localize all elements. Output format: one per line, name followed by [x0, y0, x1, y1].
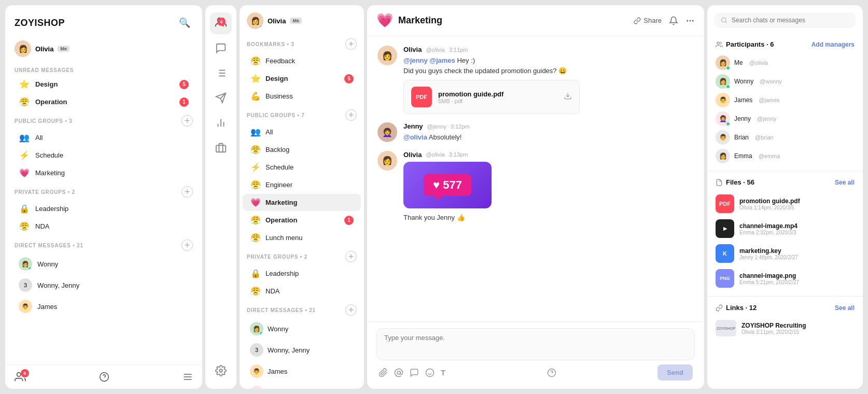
sidebar-item-james[interactable]: 👨 James — [9, 296, 198, 317]
channel-dm-wonny-jenny[interactable]: 3 Wonny, Jenny — [243, 340, 361, 360]
add-private-group-button[interactable]: + — [181, 186, 193, 198]
message-handle: @jenny — [427, 123, 446, 130]
emoji-button[interactable] — [425, 368, 435, 377]
participant-avatar: 👨 — [716, 130, 730, 145]
channel-dm-wonny[interactable]: 👩 Wonny — [243, 318, 361, 339]
icon-list[interactable] — [210, 62, 232, 84]
links-section: Links · 12 See all ZOYISHOP ZOYISHOP Rec… — [707, 297, 863, 345]
icon-send[interactable] — [210, 87, 232, 109]
icon-briefcase[interactable] — [210, 137, 232, 159]
search-input[interactable] — [732, 17, 849, 24]
help-input-button[interactable] — [547, 368, 556, 377]
channel-nda[interactable]: 😤 NDA — [243, 283, 361, 300]
more-options-button[interactable] — [685, 16, 695, 25]
channel-engineer[interactable]: 😤 Engineer — [243, 176, 361, 193]
message-text: @jenny @james Hey :) — [403, 55, 694, 66]
files-section: Files · 56 See all PDF promotion guide.p… — [707, 171, 863, 297]
sidebar-item-wonny[interactable]: 👩 Wonny — [9, 254, 198, 274]
icon-chat[interactable] — [210, 37, 232, 59]
participants-footer-button[interactable]: 6 — [15, 371, 26, 383]
participant-jenny: 👩‍🦱 Jenny @jenny — [716, 109, 855, 128]
menu-button[interactable] — [183, 372, 193, 382]
icon-chart[interactable] — [210, 112, 232, 134]
download-button[interactable] — [564, 92, 572, 102]
participants-title: Participants · 6 — [726, 40, 774, 48]
participant-me: 👩 Me @olivia — [716, 53, 855, 72]
mention: @olivia — [403, 133, 427, 141]
marketing-icon: 💗 — [19, 168, 30, 178]
sidebar-item-wonny-jenny[interactable]: 3 Wonny, Jenny — [9, 275, 198, 295]
bell-button[interactable] — [669, 16, 678, 25]
add-dm-button[interactable]: + — [345, 304, 357, 316]
share-button[interactable]: Share — [634, 17, 662, 24]
add-dm-button[interactable]: + — [181, 240, 193, 251]
channel-feedback[interactable]: 😤 Feedback — [243, 52, 361, 69]
channel-dm-james[interactable]: 👨 James — [243, 361, 361, 382]
channel-lunch-menu[interactable]: 😤 Lunch menu — [243, 229, 361, 246]
pdf-info: promotion guide.pdf 5MB · pdf — [438, 90, 557, 104]
right-sidebar: Participants · 6 Add managers 👩 Me @oliv… — [707, 5, 863, 389]
participant-name: Jenny — [734, 115, 751, 122]
files-see-all-button[interactable]: See all — [835, 179, 855, 186]
channel-marketing[interactable]: 💗 Marketing — [243, 194, 361, 211]
links-see-all-button[interactable]: See all — [835, 304, 855, 312]
participant-handle: @james — [759, 97, 780, 103]
add-public-group-button[interactable]: + — [345, 109, 357, 121]
icon-people[interactable]: 6 — [210, 12, 232, 34]
search-button[interactable]: 🔍 — [176, 15, 193, 31]
sidebar-item-design[interactable]: ⭐ Design 5 — [9, 76, 198, 93]
sidebar-item-nda[interactable]: 😤 NDA — [9, 218, 198, 235]
link-thumb: ZOYISHOP — [716, 320, 736, 336]
channel-schedule[interactable]: ⚡ Schedule — [243, 159, 361, 176]
channel-dm-jenny[interactable]: 👩‍🦱 Jenny — [243, 382, 361, 389]
chat-toolbar: T Send — [376, 364, 695, 381]
channel-all[interactable]: 👥 All — [243, 123, 361, 140]
add-managers-button[interactable]: Add managers — [811, 41, 855, 48]
search-area — [707, 5, 863, 33]
file-meta: Olivia 1:14pm, 2020/3/5 — [739, 205, 855, 210]
add-bookmark-button[interactable]: + — [345, 38, 357, 50]
message-text: Did you guys check the updated promotion… — [403, 66, 694, 76]
design-badge: 5 — [344, 74, 354, 83]
participant-avatar: 👨 — [716, 93, 730, 107]
sidebar-item-operation[interactable]: 😤 Operation 1 — [9, 93, 198, 110]
icon-settings[interactable] — [210, 360, 232, 382]
file-thumb-pdf: PDF — [716, 194, 734, 213]
participants-badge: 6 — [21, 369, 29, 377]
mention-button[interactable] — [394, 368, 403, 377]
participant-name: Brian — [734, 134, 749, 141]
sidebar-item-all[interactable]: 👥 All — [9, 129, 198, 146]
add-private-group-button[interactable]: + — [345, 251, 357, 262]
sidebar-item-schedule[interactable]: ⚡ Schedule — [9, 147, 198, 164]
svg-point-32 — [717, 41, 720, 44]
group-dm-avatar: 3 — [250, 343, 263, 357]
channel-leadership[interactable]: 🔒 Leadership — [243, 265, 361, 282]
attach-button[interactable] — [379, 368, 388, 377]
sidebar-item-marketing[interactable]: 💗 Marketing — [9, 164, 198, 181]
svg-point-24 — [397, 371, 400, 374]
sidebar-item-leadership[interactable]: 🔒 Leadership — [9, 200, 198, 217]
help-button[interactable] — [99, 372, 109, 382]
chat-bubble-button[interactable] — [410, 368, 419, 377]
channel-backlog[interactable]: 😤 Backlog — [243, 141, 361, 158]
user-name: Olivia — [35, 45, 53, 53]
wonny-dm-avatar: 👩 — [250, 322, 263, 335]
james-dm-avatar: 👨 — [250, 364, 263, 378]
channel-operation[interactable]: 😤 Operation 1 — [243, 212, 361, 229]
text-format-button[interactable]: T — [441, 368, 445, 377]
channel-business[interactable]: 💪 Business — [243, 88, 361, 105]
participant-avatar: 👩 — [716, 55, 730, 70]
channel-design[interactable]: ⭐ Design 5 — [243, 70, 361, 87]
pdf-name: promotion guide.pdf — [438, 90, 557, 98]
send-button[interactable]: Send — [657, 364, 693, 381]
operation-icon: 😤 — [250, 215, 261, 225]
participants-icon — [716, 41, 723, 48]
link-item: ZOYISHOP ZOYISHOP Recruiting Olivia 3:11… — [716, 317, 855, 340]
add-public-group-button[interactable]: + — [181, 115, 193, 126]
jenny-dm-avatar: 👩‍🦱 — [250, 386, 263, 389]
group-avatar: 3 — [19, 278, 32, 292]
public-groups-label: PUBLIC GROUPS • 7 — [247, 112, 305, 118]
message-input[interactable] — [384, 334, 687, 355]
channel-label: James — [268, 368, 354, 375]
participant-wonny: 👩 Wonny @wonny — [716, 72, 855, 91]
